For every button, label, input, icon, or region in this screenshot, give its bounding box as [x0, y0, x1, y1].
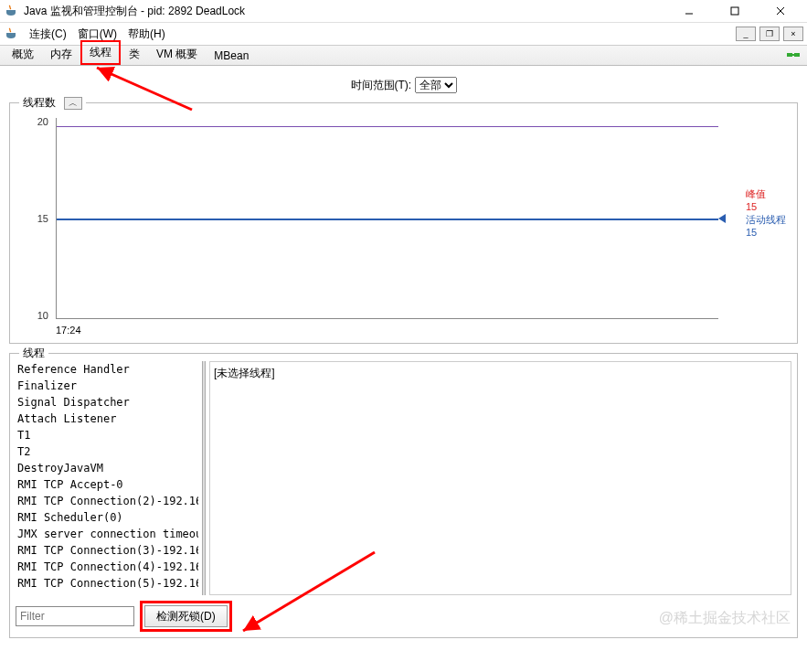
mdi-restore-button[interactable]: ❐ [759, 27, 780, 41]
y-tick: 10 [37, 310, 48, 321]
tab-memory[interactable]: 内存 [42, 43, 80, 65]
svg-rect-5 [794, 53, 800, 57]
timerange-label: 时间范围(T): [351, 79, 412, 91]
svg-rect-1 [731, 7, 738, 15]
mdi-close-button[interactable]: × [783, 27, 803, 41]
chart-peak-line [57, 126, 718, 127]
menu-help[interactable]: 帮助(H) [122, 25, 171, 44]
mdi-minimize-button[interactable]: _ [736, 27, 756, 41]
window-titlebar: Java 监视和管理控制台 - pid: 2892 DeadLock [0, 0, 807, 23]
connection-status-icon [785, 48, 802, 65]
chart-title: 线程数 [23, 96, 56, 109]
timerange-row: 时间范围(T): 全部 [4, 69, 803, 102]
y-tick: 15 [37, 213, 48, 224]
chart-marker-icon [718, 214, 726, 223]
tab-overview[interactable]: 概览 [4, 43, 42, 65]
tab-mbean[interactable]: MBean [206, 46, 257, 65]
thread-list-item[interactable]: Finalizer [16, 378, 198, 394]
x-tick: 17:24 [56, 325, 81, 336]
y-tick: 20 [37, 116, 48, 127]
close-button[interactable] [767, 2, 794, 20]
thread-list-item[interactable]: RMI TCP Connection(2)-192.168. [16, 493, 198, 509]
thread-detail-pane: [未选择线程] [209, 361, 791, 595]
thread-list-item[interactable]: Attach Listener [16, 411, 198, 427]
chart-live-line [57, 219, 718, 220]
minimize-button[interactable] [675, 2, 703, 20]
java-icon [4, 4, 18, 18]
filter-input[interactable] [16, 606, 134, 626]
threads-panel-title: 线程 [19, 346, 48, 361]
maximize-button[interactable] [721, 2, 749, 20]
thread-list-item[interactable]: RMI Scheduler(0) [16, 509, 198, 526]
thread-list-item[interactable]: T1 [16, 427, 198, 443]
thread-list-item[interactable]: RMI TCP Connection(5)-192.168. [16, 575, 198, 592]
tab-classes[interactable]: 类 [121, 43, 148, 65]
threads-panel: 线程 Reference HandlerFinalizerSignal Disp… [9, 353, 798, 638]
thread-list-item[interactable]: JMX server connection timeout [16, 526, 198, 542]
window-title: Java 监视和管理控制台 - pid: 2892 DeadLock [24, 4, 675, 19]
collapse-chart-button[interactable]: ︿ [64, 97, 82, 110]
thread-list-item[interactable]: Signal Dispatcher [16, 394, 198, 411]
chart-legend: 峰值 15 活动线程 15 [746, 187, 786, 239]
java-icon [4, 27, 18, 41]
thread-list[interactable]: Reference HandlerFinalizerSignal Dispatc… [16, 361, 198, 595]
svg-rect-4 [787, 53, 792, 57]
thread-count-chart-panel: 线程数 ︿ 20 15 10 17:24 峰值 15 活动线程 15 [9, 102, 798, 344]
tabbar: 概览 内存 线程 类 VM 概要 MBean [0, 46, 807, 66]
split-divider[interactable] [202, 361, 206, 595]
detect-deadlock-highlight: 检测死锁(D) [140, 601, 232, 632]
thread-count-chart: 20 15 10 17:24 峰值 15 活动线程 15 [16, 118, 791, 337]
thread-list-item[interactable]: RMI TCP Connection(4)-192.168. [16, 559, 198, 575]
thread-list-item[interactable]: RMI TCP Accept-0 [16, 476, 198, 493]
timerange-select[interactable]: 全部 [415, 77, 457, 93]
tab-vmsummary[interactable]: VM 概要 [148, 43, 206, 65]
thread-detail-placeholder: [未选择线程] [214, 367, 275, 379]
thread-list-item[interactable]: Reference Handler [16, 361, 198, 378]
detect-deadlock-button[interactable]: 检测死锁(D) [144, 605, 228, 627]
thread-list-item[interactable]: DestroyJavaVM [16, 460, 198, 476]
thread-list-item[interactable]: RMI TCP Connection(3)-192.168. [16, 542, 198, 559]
menu-connect[interactable]: 连接(C) [24, 25, 72, 44]
thread-list-item[interactable]: T2 [16, 443, 198, 460]
tab-threads[interactable]: 线程 [80, 40, 121, 65]
